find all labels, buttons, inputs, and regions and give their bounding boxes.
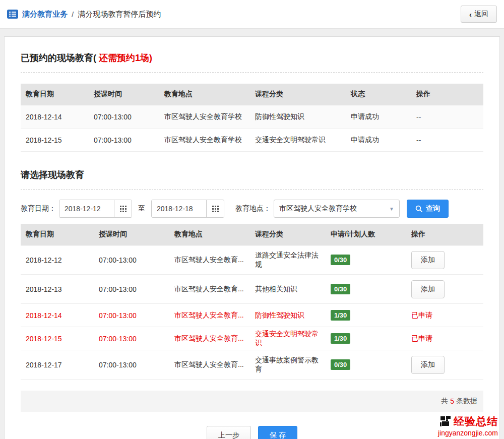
cell-location: 市区驾驶人安全教育学校: [159, 129, 250, 152]
cell-location: 市区驾驶人安全教育...: [169, 275, 250, 304]
cell-action: 已申请: [406, 327, 483, 350]
table-row: 2018-12-12 07:00-13:00 市区驾驶人安全教育... 道路交通…: [21, 245, 483, 275]
column-header: 教育地点: [169, 224, 250, 245]
column-header: 课程分类: [250, 84, 346, 105]
column-header: 教育日期: [21, 224, 94, 245]
search-icon: [415, 205, 422, 212]
total-count: 5: [450, 397, 454, 405]
date-to-input[interactable]: [152, 200, 206, 217]
date-to-label: 至: [138, 204, 145, 213]
cell-course: 交通安全文明驾驶常识: [250, 129, 346, 152]
cell-count: 1/30: [326, 327, 406, 350]
save-button[interactable]: 保 存: [258, 426, 297, 439]
cell-time: 07:00-13:00: [94, 304, 169, 327]
cell-status: 申请成功: [346, 105, 411, 129]
column-header: 授课时间: [94, 224, 169, 245]
chevron-left-icon: ‹: [469, 11, 472, 18]
cell-action: 已申请: [406, 304, 483, 327]
date-to-wrap: [151, 200, 224, 218]
applied-label: 已申请: [411, 334, 432, 342]
cell-date: 2018-12-14: [21, 105, 89, 129]
cell-time: 07:00-13:00: [89, 129, 159, 152]
calendar-icon[interactable]: [206, 200, 224, 217]
cell-date: 2018-12-17: [21, 350, 94, 380]
cell-action: --: [411, 129, 483, 152]
cell-date: 2018-12-15: [21, 327, 94, 350]
booked-title-suffix: ): [149, 53, 152, 63]
column-header: 教育日期: [21, 84, 89, 105]
available-table-header-row: 教育日期 授课时间 教育地点 课程分类 申请/计划人数 操作: [21, 224, 483, 245]
cell-time: 07:00-13:00: [94, 327, 169, 350]
date-from-input[interactable]: [59, 200, 114, 217]
cell-count: 0/30: [326, 245, 406, 275]
cell-course: 交通事故案例警示教育: [250, 350, 326, 380]
table-row: 2018-12-14 07:00-13:00 市区驾驶人安全教育学校 防御性驾驶…: [21, 105, 483, 129]
column-header: 操作: [411, 84, 483, 105]
cell-action: --: [411, 105, 483, 129]
booked-table: 教育日期 授课时间 教育地点 课程分类 状态 操作 2018-12-14 07:…: [21, 84, 483, 152]
add-button[interactable]: 添加: [411, 280, 445, 298]
cell-date: 2018-12-14: [21, 304, 94, 327]
available-table: 教育日期 授课时间 教育地点 课程分类 申请/计划人数 操作 2018-12-1…: [21, 224, 483, 380]
booked-title-highlight: 还需预约1场: [96, 53, 149, 63]
bottom-actions: 上一步 保 存: [21, 426, 483, 439]
cell-location: 市区驾驶人安全教育学校: [159, 105, 250, 129]
cell-course: 其他相关知识: [250, 275, 326, 304]
breadcrumb: 满分教育业务 / 满分现场教育暂停后预约: [7, 10, 161, 19]
column-header: 授课时间: [89, 84, 159, 105]
breadcrumb-separator: /: [72, 10, 74, 19]
watermark-title: 经验总结: [454, 414, 498, 428]
count-badge: 0/30: [331, 255, 350, 265]
column-header: 课程分类: [250, 224, 326, 245]
search-button[interactable]: 查询: [407, 200, 449, 218]
cell-location: 市区驾驶人安全教育...: [169, 327, 250, 350]
cell-date: 2018-12-12: [21, 245, 94, 275]
booked-section-title: 已预约的现场教育( 还需预约1场): [21, 52, 483, 73]
location-select[interactable]: 市区驾驶人安全教育学校 ▼: [274, 200, 400, 218]
table-row: 2018-12-15 07:00-13:00 市区驾驶人安全教育学校 交通安全文…: [21, 129, 483, 152]
location-label: 教育地点：: [235, 204, 271, 213]
main-card: 已预约的现场教育( 还需预约1场) 教育日期 授课时间 教育地点 课程分类 状态…: [4, 36, 500, 439]
breadcrumb-current: 满分现场教育暂停后预约: [78, 10, 161, 19]
breadcrumb-root-link[interactable]: 满分教育业务: [22, 10, 68, 19]
cell-location: 市区驾驶人安全教育...: [169, 350, 250, 380]
cell-time: 07:00-13:00: [94, 350, 169, 380]
filter-bar: 教育日期： 至: [21, 200, 483, 218]
cell-date: 2018-12-15: [21, 129, 89, 152]
cell-course: 防御性驾驶知识: [250, 304, 326, 327]
cell-time: 07:00-13:00: [94, 275, 169, 304]
chevron-down-icon: ▼: [389, 206, 394, 212]
cell-action: 添加: [406, 350, 483, 380]
table-row: 2018-12-15 07:00-13:00 市区驾驶人安全教育... 交通安全…: [21, 327, 483, 350]
booked-title-prefix: 已预约的现场教育(: [21, 53, 96, 63]
search-button-label: 查询: [426, 204, 440, 213]
back-button[interactable]: ‹ 返回: [461, 6, 497, 23]
cell-course: 交通安全文明驾驶常识: [250, 327, 326, 350]
cell-count: 0/30: [326, 275, 406, 304]
topbar: 满分教育业务 / 满分现场教育暂停后预约 ‹ 返回: [0, 0, 504, 29]
cell-action: 添加: [406, 245, 483, 275]
table-row: 2018-12-14 07:00-13:00 市区驾驶人安全教育... 防御性驾…: [21, 304, 483, 327]
cell-time: 07:00-13:00: [94, 245, 169, 275]
cell-count: 0/30: [326, 350, 406, 380]
count-badge: 1/30: [331, 310, 350, 321]
table-row: 2018-12-17 07:00-13:00 市区驾驶人安全教育... 交通事故…: [21, 350, 483, 380]
watermark-logo: [440, 416, 451, 427]
date-from-wrap: [59, 200, 132, 218]
column-header: 申请/计划人数: [326, 224, 406, 245]
add-button[interactable]: 添加: [411, 251, 445, 269]
column-header: 教育地点: [159, 84, 250, 105]
date-range-label: 教育日期：: [21, 204, 56, 213]
prev-step-button[interactable]: 上一步: [207, 426, 251, 439]
cell-date: 2018-12-13: [21, 275, 94, 304]
cell-time: 07:00-13:00: [89, 105, 159, 129]
table-row: 2018-12-13 07:00-13:00 市区驾驶人安全教育... 其他相关…: [21, 275, 483, 304]
list-icon: [7, 10, 18, 19]
calendar-icon[interactable]: [114, 200, 132, 217]
total-prefix: 共: [441, 397, 448, 406]
back-button-label: 返回: [474, 10, 488, 19]
cell-location: 市区驾驶人安全教育...: [169, 245, 250, 275]
count-badge: 1/30: [331, 333, 350, 344]
add-button[interactable]: 添加: [411, 356, 445, 374]
table-footer: 共 5 条数据: [21, 391, 483, 412]
